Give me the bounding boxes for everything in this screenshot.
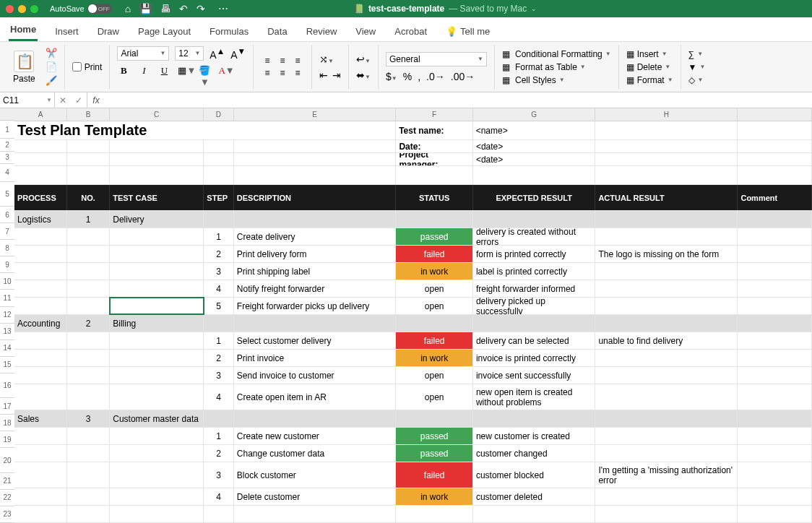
cell[interactable]	[110, 228, 204, 245]
cell[interactable]	[595, 153, 738, 165]
cell[interactable]	[67, 384, 110, 410]
cell[interactable]: 3	[67, 410, 110, 427]
clear-icon[interactable]: ◇▼	[688, 75, 706, 85]
cell[interactable]	[738, 121, 812, 139]
cell[interactable]: passed	[396, 228, 472, 245]
cell[interactable]	[14, 246, 67, 262]
close-icon[interactable]	[6, 5, 14, 13]
cell[interactable]	[738, 280, 812, 297]
row-header[interactable]: 6	[0, 207, 14, 223]
cell[interactable]: Sales	[14, 410, 67, 427]
cell[interactable]	[110, 246, 204, 262]
cell[interactable]	[396, 166, 472, 184]
cell[interactable]	[110, 263, 204, 280]
cell[interactable]	[67, 488, 110, 505]
cell[interactable]	[67, 153, 110, 165]
cell[interactable]: delivery picked up successfully	[473, 298, 595, 314]
cell[interactable]	[204, 315, 233, 332]
fill-icon[interactable]: ▼▼	[688, 62, 706, 72]
cell[interactable]: 2	[204, 350, 233, 366]
cell[interactable]	[738, 298, 812, 314]
cell[interactable]	[234, 140, 397, 152]
cell[interactable]	[738, 428, 812, 444]
cell[interactable]: Print invoice	[234, 350, 397, 366]
cell[interactable]	[14, 298, 67, 314]
tab-page-layout[interactable]: Page Layout	[137, 26, 192, 41]
cell[interactable]: 2	[204, 246, 233, 262]
cell[interactable]: 1	[204, 228, 233, 245]
cell[interactable]	[396, 506, 472, 522]
cell[interactable]: form is printed correctly	[473, 246, 595, 262]
name-box[interactable]: C11▼	[0, 92, 55, 108]
cell[interactable]	[110, 506, 204, 522]
cell[interactable]	[67, 166, 110, 184]
cell[interactable]	[234, 506, 397, 522]
cell[interactable]: I'm getting a 'missing authorization' er…	[595, 462, 738, 488]
italic-button[interactable]: I	[137, 65, 150, 88]
align-right-icon[interactable]: ≡	[291, 68, 304, 78]
row-header[interactable]: 1	[0, 121, 14, 139]
cell[interactable]: in work	[396, 488, 472, 505]
cell[interactable]	[67, 332, 110, 349]
cell[interactable]: new customer is created	[473, 428, 595, 444]
cell[interactable]	[14, 140, 67, 152]
merge-icon[interactable]: ⬌▼	[356, 69, 371, 81]
cell[interactable]: STATUS	[396, 185, 472, 210]
row-header[interactable]: 5	[0, 182, 14, 207]
cell[interactable]: Block customer	[234, 462, 397, 488]
cell[interactable]	[14, 488, 67, 505]
cell[interactable]	[204, 410, 233, 427]
cell[interactable]	[738, 263, 812, 280]
cell[interactable]	[14, 506, 67, 522]
cell[interactable]	[67, 350, 110, 366]
cell[interactable]: failed	[396, 332, 472, 349]
cell[interactable]	[595, 506, 738, 522]
cell[interactable]	[67, 506, 110, 522]
number-format-select[interactable]: General▼	[386, 52, 487, 66]
cell[interactable]	[234, 410, 397, 427]
fill-color-icon[interactable]: 🪣▼	[198, 65, 211, 88]
cell[interactable]	[14, 280, 67, 297]
print-check[interactable]	[72, 62, 82, 72]
conditional-formatting-button[interactable]: ▦Conditional Formatting▼	[502, 49, 611, 59]
zoom-icon[interactable]	[30, 5, 38, 13]
row-header[interactable]: 20	[0, 448, 14, 473]
cell[interactable]: PROCESS	[14, 185, 67, 210]
cell[interactable]	[595, 384, 738, 410]
delete-button[interactable]: ▦Delete▼	[626, 62, 673, 72]
cell[interactable]	[738, 488, 812, 505]
home-icon[interactable]: ⌂	[125, 3, 131, 14]
row-header[interactable]: 21	[0, 473, 14, 490]
format-painter-icon[interactable]: 🖌️	[46, 75, 57, 86]
cell[interactable]	[738, 315, 812, 332]
cell[interactable]	[110, 140, 204, 152]
comma-icon[interactable]: ,	[418, 71, 420, 82]
more-icon[interactable]: ⋯	[218, 3, 228, 14]
cell[interactable]: Comment	[738, 185, 812, 210]
cell[interactable]: 2	[67, 315, 110, 332]
cell[interactable]: delivery is created without errors	[473, 228, 595, 245]
cell[interactable]	[110, 298, 204, 314]
align-center-icon[interactable]: ≡	[276, 68, 289, 78]
toggle-switch[interactable]: OFF	[87, 4, 112, 14]
cell[interactable]	[14, 228, 67, 245]
autosum-icon[interactable]: ∑▼	[688, 49, 706, 59]
cell[interactable]: invoice is printed correctly	[473, 350, 595, 366]
cell[interactable]: failed	[396, 462, 472, 488]
cell[interactable]	[67, 298, 110, 314]
cell[interactable]: Project manager:	[396, 153, 472, 165]
cell[interactable]	[110, 280, 204, 297]
col-header[interactable]: C	[110, 108, 204, 121]
cell[interactable]	[738, 140, 812, 152]
cell[interactable]	[14, 462, 67, 488]
cell[interactable]	[110, 350, 204, 366]
cell[interactable]	[110, 367, 204, 384]
cut-icon[interactable]: ✂️	[46, 48, 57, 59]
cell[interactable]: delivery can be selected	[473, 332, 595, 349]
cell[interactable]: Change customer data	[234, 445, 397, 462]
row-header[interactable]: 10	[0, 273, 14, 290]
cell[interactable]	[738, 367, 812, 384]
col-header[interactable]: F	[396, 108, 472, 121]
cell[interactable]	[396, 410, 472, 427]
cell[interactable]	[595, 140, 738, 152]
